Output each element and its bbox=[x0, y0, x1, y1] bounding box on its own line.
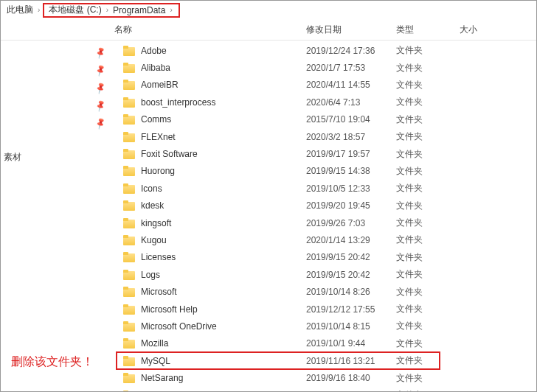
folder-row[interactable]: Alibaba2020/1/7 17:53文件夹 bbox=[111, 59, 536, 76]
folder-name-cell[interactable]: Adobe bbox=[123, 46, 306, 56]
navigation-pane[interactable]: 📌 📌 📌 📌 📌 素材 bbox=[1, 41, 111, 391]
folder-name: AomeiBR bbox=[141, 80, 179, 90]
folder-name: Mozilla bbox=[141, 338, 168, 349]
folder-type: 文件夹 bbox=[396, 165, 460, 178]
folder-date: 2019/11/16 13:21 bbox=[306, 356, 396, 366]
folder-icon bbox=[123, 218, 135, 228]
breadcrumb-root[interactable]: 此电脑 bbox=[5, 4, 35, 16]
folder-row[interactable]: Foxit Software2019/9/17 19:57文件夹 bbox=[111, 145, 536, 162]
quick-access-item[interactable]: 素材 bbox=[1, 150, 111, 165]
folder-row[interactable]: MySQL2019/11/16 13:21文件夹 bbox=[111, 352, 536, 369]
folder-name-cell[interactable]: Foxit Software bbox=[123, 149, 306, 159]
folder-name-cell[interactable]: Microsoft OneDrive bbox=[123, 321, 306, 332]
folder-row[interactable]: kdesk2019/9/20 19:45文件夹 bbox=[111, 197, 536, 214]
folder-name: MySQL bbox=[141, 356, 170, 366]
folder-row[interactable]: Adobe2019/12/24 17:36文件夹 bbox=[111, 42, 536, 59]
folder-name-cell[interactable]: kingsoft bbox=[123, 218, 306, 228]
folder-name-cell[interactable]: Icons bbox=[123, 183, 306, 194]
folder-icon bbox=[123, 287, 135, 297]
chevron-right-icon: › bbox=[38, 6, 40, 14]
folder-type: 文件夹 bbox=[396, 148, 460, 161]
folder-name-cell[interactable]: Kugou bbox=[123, 235, 306, 245]
folder-date: 2019/10/14 8:26 bbox=[306, 287, 396, 297]
folder-icon bbox=[123, 252, 135, 262]
folder-type: 文件夹 bbox=[396, 268, 460, 281]
folder-icon bbox=[123, 183, 135, 194]
pin-icon: 📌 bbox=[94, 81, 108, 94]
folder-row[interactable]: boost_interprocess2020/6/4 7:13文件夹 bbox=[111, 94, 536, 111]
folder-row[interactable]: Kugou2020/1/14 13:29文件夹 bbox=[111, 231, 536, 248]
file-list[interactable]: Adobe2019/12/24 17:36文件夹Alibaba2020/1/7 … bbox=[111, 41, 536, 391]
folder-row[interactable]: Licenses2019/9/15 20:42文件夹 bbox=[111, 249, 536, 266]
folder-type: 文件夹 bbox=[396, 251, 460, 264]
quick-access-item[interactable]: 📌 bbox=[1, 43, 111, 61]
folder-row[interactable]: Comms2015/7/10 19:04文件夹 bbox=[111, 111, 536, 128]
folder-name-cell[interactable]: Microsoft Help bbox=[123, 304, 306, 315]
folder-row[interactable]: Mozilla2019/10/1 9:44文件夹 bbox=[111, 335, 536, 352]
folder-date: 2015/7/10 19:04 bbox=[306, 114, 396, 125]
folder-type: 文件夹 bbox=[396, 44, 460, 57]
folder-name-cell[interactable]: Comms bbox=[123, 114, 306, 125]
column-header-name[interactable]: 名称 bbox=[111, 24, 306, 36]
folder-name-cell[interactable]: FLEXnet bbox=[123, 132, 306, 142]
folder-icon bbox=[123, 63, 135, 73]
folder-type: 文件夹 bbox=[396, 234, 460, 246]
quick-access-item[interactable]: 📌 bbox=[1, 79, 111, 97]
breadcrumb[interactable]: 此电脑 › 本地磁盘 (C:) › ProgramData › bbox=[1, 1, 536, 20]
folder-name-cell[interactable]: Alibaba bbox=[123, 63, 306, 73]
folder-icon bbox=[123, 97, 135, 108]
folder-date: 2019/10/5 12:33 bbox=[306, 183, 396, 194]
folder-row[interactable]: NetSarang2019/9/16 18:40文件夹 bbox=[111, 369, 536, 386]
folder-type: 文件夹 bbox=[396, 113, 460, 126]
column-header-type[interactable]: 类型 bbox=[396, 24, 460, 36]
folder-date: 2019/9/17 19:57 bbox=[306, 149, 396, 159]
quick-access-item[interactable]: 📌 bbox=[1, 114, 111, 132]
quick-access-item[interactable]: 📌 bbox=[1, 97, 111, 114]
folder-row[interactable]: Microsoft2019/10/14 8:26文件夹 bbox=[111, 283, 536, 300]
folder-row[interactable]: Microsoft OneDrive2019/10/14 8:15文件夹 bbox=[111, 318, 536, 335]
folder-row[interactable]: FLEXnet2020/3/2 18:57文件夹 bbox=[111, 128, 536, 145]
folder-name-cell[interactable]: NetSarang bbox=[123, 373, 306, 383]
folder-icon bbox=[123, 114, 135, 125]
folder-name-cell[interactable]: Mozilla bbox=[123, 338, 306, 349]
folder-date: 2020/4/11 14:55 bbox=[306, 80, 396, 90]
folder-date: 2019/12/24 17:36 bbox=[306, 46, 396, 56]
folder-row[interactable]: Logs2019/9/15 20:42文件夹 bbox=[111, 266, 536, 283]
column-header-size[interactable]: 大小 bbox=[460, 24, 504, 36]
folder-icon bbox=[123, 149, 135, 159]
quick-access-item[interactable]: 📌 bbox=[1, 61, 111, 79]
folder-icon bbox=[123, 235, 135, 245]
folder-date: 2020/1/14 13:29 bbox=[306, 235, 396, 245]
folder-type: 文件夹 bbox=[396, 286, 460, 298]
folder-name-cell[interactable]: AomeiBR bbox=[123, 80, 306, 90]
folder-name-cell[interactable]: boost_interprocess bbox=[123, 97, 306, 108]
folder-name: kingsoft bbox=[141, 218, 171, 228]
folder-row[interactable]: Icons2019/10/5 12:33文件夹 bbox=[111, 180, 536, 197]
folder-date: 2019/9/15 20:42 bbox=[306, 270, 396, 280]
folder-row[interactable]: NVIDIA2020/6/4 7:12文件夹 bbox=[111, 387, 536, 392]
folder-name-cell[interactable]: Microsoft bbox=[123, 287, 306, 297]
breadcrumb-drive[interactable]: 本地磁盘 (C:) bbox=[47, 4, 103, 16]
folder-name-cell[interactable]: Logs bbox=[123, 270, 306, 280]
folder-icon bbox=[123, 270, 135, 280]
folder-name-cell[interactable]: Licenses bbox=[123, 252, 306, 262]
folder-icon bbox=[123, 132, 135, 142]
folder-type: 文件夹 bbox=[396, 79, 460, 91]
folder-name: Licenses bbox=[141, 252, 176, 262]
folder-row[interactable]: AomeiBR2020/4/11 14:55文件夹 bbox=[111, 77, 536, 94]
folder-icon bbox=[123, 166, 135, 176]
folder-name: Microsoft Help bbox=[141, 304, 198, 315]
folder-row[interactable]: Huorong2019/9/15 14:38文件夹 bbox=[111, 163, 536, 180]
folder-name-cell[interactable]: Huorong bbox=[123, 166, 306, 176]
folder-type: 文件夹 bbox=[396, 337, 460, 350]
folder-date: 2020/1/7 17:53 bbox=[306, 63, 396, 73]
column-header-date[interactable]: 修改日期 bbox=[306, 24, 396, 36]
folder-type: 文件夹 bbox=[396, 200, 460, 212]
breadcrumb-folder[interactable]: ProgramData bbox=[111, 5, 167, 15]
folder-name-cell[interactable]: MySQL bbox=[123, 356, 306, 366]
folder-name-cell[interactable]: kdesk bbox=[123, 200, 306, 211]
folder-row[interactable]: Microsoft Help2019/12/12 17:55文件夹 bbox=[111, 301, 536, 318]
folder-date: 2019/9/15 14:38 bbox=[306, 166, 396, 176]
folder-row[interactable]: kingsoft2019/9/26 7:03文件夹 bbox=[111, 214, 536, 231]
folder-type: 文件夹 bbox=[396, 354, 460, 367]
